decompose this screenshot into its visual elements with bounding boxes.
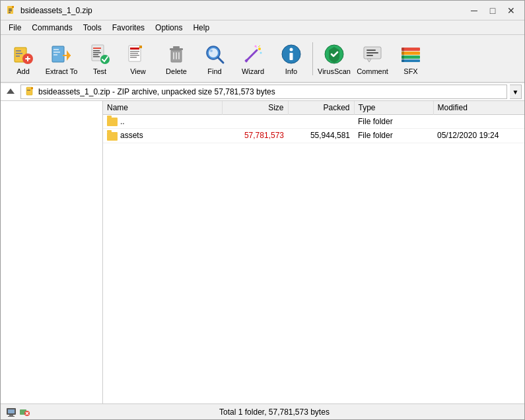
svg-rect-35	[173, 52, 174, 59]
cell-name: assets	[103, 129, 222, 143]
svg-rect-19	[93, 48, 101, 49]
address-bar: bsideassets_1_0.zip - ZIP archive, unpac…	[1, 83, 524, 101]
maximize-button[interactable]: □	[485, 4, 501, 17]
file-table-body: ..File folderassets57,781,57355,944,581F…	[103, 115, 524, 143]
cell-type: File folder	[354, 115, 433, 129]
svg-rect-70	[8, 416, 15, 417]
svg-rect-13	[53, 49, 59, 50]
table-row[interactable]: assets57,781,57355,944,581File folder05/…	[103, 129, 524, 143]
nav-up-button[interactable]	[3, 85, 18, 99]
up-arrow-icon	[6, 87, 15, 96]
add-button[interactable]: Add	[5, 38, 42, 79]
col-header-name[interactable]: Name	[103, 101, 222, 115]
cell-size	[222, 115, 288, 129]
svg-rect-59	[402, 52, 420, 55]
menu-help[interactable]: Help	[188, 22, 215, 34]
svg-rect-1	[12, 6, 14, 8]
svg-rect-27	[130, 51, 139, 52]
comment-label: Comment	[357, 67, 388, 75]
status-bar: Total 1 folder, 57,781,573 bytes	[1, 403, 524, 419]
menu-tools[interactable]: Tools	[78, 22, 107, 34]
cell-modified	[433, 115, 524, 129]
col-header-packed[interactable]: Packed	[288, 101, 354, 115]
svg-rect-21	[93, 52, 101, 53]
svg-rect-57	[367, 55, 373, 56]
col-header-modified[interactable]: Modified	[433, 101, 524, 115]
menu-options[interactable]: Options	[150, 22, 188, 34]
cell-name: ..	[103, 115, 222, 129]
test-icon	[88, 42, 112, 66]
svg-rect-34	[173, 46, 180, 48]
info-label: Info	[285, 67, 297, 75]
address-text: bsideassets_1_0.zip - ZIP archive, unpac…	[38, 87, 275, 96]
svg-rect-68	[8, 409, 15, 413]
svg-point-44	[258, 48, 261, 50]
close-button[interactable]: ✕	[503, 4, 519, 17]
view-label: View	[130, 67, 146, 75]
menu-file[interactable]: File	[3, 22, 26, 34]
sfx-icon	[399, 42, 423, 66]
svg-line-42	[246, 50, 257, 61]
svg-rect-37	[178, 52, 180, 59]
info-icon	[279, 42, 303, 66]
left-panel	[1, 101, 103, 403]
menu-favorites[interactable]: Favorites	[107, 22, 150, 34]
extract-to-button[interactable]: Extract To	[43, 38, 80, 79]
find-button[interactable]: Find	[196, 38, 233, 79]
toolbar-separator	[312, 42, 313, 75]
svg-point-46	[260, 52, 262, 53]
svg-point-41	[210, 50, 213, 52]
cell-modified: 05/12/2020 19:24	[433, 129, 524, 143]
sfx-button[interactable]: SFX	[392, 38, 429, 79]
svg-rect-11	[27, 56, 28, 61]
cell-packed	[288, 115, 354, 129]
status-icons	[6, 407, 30, 417]
delete-button[interactable]: Delete	[158, 38, 195, 79]
cell-packed: 55,944,581	[288, 129, 354, 143]
extract-to-label: Extract To	[46, 67, 78, 75]
title-controls: ─ □ ✕	[466, 4, 519, 17]
address-dropdown-button[interactable]: ▼	[510, 85, 522, 99]
svg-rect-61	[402, 59, 420, 62]
folder-icon	[107, 132, 118, 141]
comment-icon	[361, 42, 384, 66]
svg-line-40	[218, 57, 223, 63]
comment-button[interactable]: Comment	[354, 38, 391, 79]
toolbar: Add Extract To	[1, 35, 524, 83]
svg-rect-36	[176, 52, 177, 59]
address-field[interactable]: bsideassets_1_0.zip - ZIP archive, unpac…	[20, 85, 507, 99]
minimize-button[interactable]: ─	[466, 4, 482, 17]
find-icon	[203, 42, 227, 66]
svg-rect-62	[402, 48, 404, 62]
col-header-size[interactable]: Size	[222, 101, 288, 115]
svg-marker-54	[367, 59, 371, 62]
svg-rect-65	[31, 87, 33, 89]
svg-rect-2	[9, 9, 12, 10]
test-button[interactable]: Test	[81, 38, 118, 79]
view-button[interactable]: View	[120, 38, 157, 79]
svg-rect-7	[16, 53, 22, 54]
app-icon	[6, 5, 17, 16]
main-area: Name Size Packed Type Modified	[1, 101, 524, 403]
svg-rect-20	[93, 50, 100, 52]
virusscan-button[interactable]: VirusScan	[316, 38, 353, 79]
delete-icon	[164, 42, 188, 66]
address-zip-icon	[25, 87, 36, 97]
status-text: Total 1 folder, 57,781,573 bytes	[30, 407, 519, 417]
table-row[interactable]: ..File folder	[103, 115, 524, 129]
menu-bar: File Commands Tools Favorites Options He…	[1, 20, 524, 35]
col-header-type[interactable]: Type	[354, 101, 433, 115]
svg-rect-58	[402, 48, 420, 51]
svg-point-50	[290, 48, 293, 51]
svg-rect-14	[53, 52, 60, 53]
svg-rect-28	[130, 53, 138, 54]
menu-commands[interactable]: Commands	[26, 22, 77, 34]
svg-rect-69	[9, 415, 13, 416]
info-button[interactable]: Info	[273, 38, 310, 79]
file-list: Name Size Packed Type Modified	[103, 101, 524, 403]
find-label: Find	[207, 67, 221, 75]
svg-rect-60	[402, 55, 420, 59]
svg-rect-22	[93, 54, 98, 55]
wizard-button[interactable]: Wizard	[234, 38, 271, 79]
svg-line-47	[258, 46, 260, 47]
